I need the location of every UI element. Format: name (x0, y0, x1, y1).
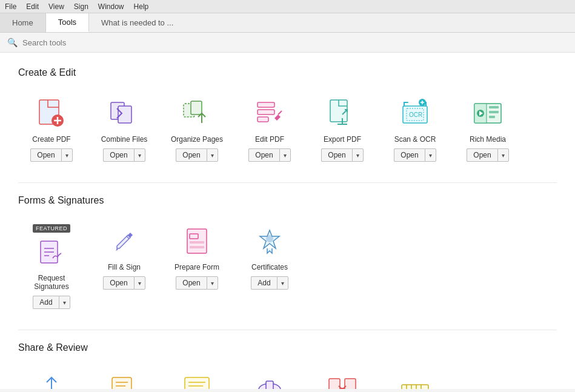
tool-review: Review Open ▾ (164, 364, 230, 389)
certificates-dropdown-btn[interactable]: ▾ (277, 276, 288, 290)
edit-pdf-open-btn[interactable]: Open (248, 148, 279, 162)
tool-share: Share Open ▾ (18, 364, 85, 389)
scan-ocr-dropdown-btn[interactable]: ▾ (425, 148, 436, 162)
share-icon (35, 371, 68, 389)
section-title-create-edit: Create & Edit (18, 67, 557, 78)
tab-tools[interactable]: Tools (46, 13, 89, 32)
combine-files-open-btn[interactable]: Open (103, 148, 133, 162)
compare-files-icon (325, 371, 359, 389)
menu-view[interactable]: View (48, 2, 64, 11)
organize-pages-open-btn[interactable]: Open (176, 148, 206, 162)
fill-sign-icon (107, 224, 141, 258)
certificates-icon (253, 224, 287, 258)
tool-scan-ocr: OCR Scan & OCR Open ▾ (382, 89, 448, 168)
rich-media-icon (471, 96, 505, 130)
menu-help[interactable]: Help (134, 2, 149, 11)
request-signatures-wrapper: FEATURED (33, 224, 70, 274)
edit-pdf-icon (253, 96, 287, 130)
svg-point-33 (266, 235, 273, 242)
svg-rect-10 (258, 110, 274, 115)
tool-send-comments: Send for Comments Open ▾ (91, 364, 158, 389)
rich-media-dropdown-btn[interactable]: ▾ (497, 148, 509, 162)
tool-combine-files: Combine Files Open ▾ (91, 89, 158, 168)
tools-grid-forms: FEATURED Request Signatures Add (18, 217, 557, 315)
edit-pdf-btn-group: Open ▾ (248, 148, 290, 162)
tool-organize-pages: Organize Pages Open ▾ (164, 89, 230, 168)
scan-ocr-label: Scan & OCR (394, 135, 436, 144)
menu-bar: File Edit View Sign Window Help (0, 0, 575, 13)
fill-sign-btn-group: Open ▾ (103, 276, 145, 290)
svg-rect-49 (345, 379, 356, 389)
svg-text:OCR: OCR (409, 111, 422, 118)
prepare-form-dropdown-btn[interactable]: ▾ (207, 276, 218, 290)
svg-rect-31 (190, 241, 204, 244)
menu-edit[interactable]: Edit (26, 2, 39, 11)
menu-window[interactable]: Window (98, 2, 124, 11)
export-pdf-open-btn[interactable]: Open (321, 148, 351, 162)
measure-icon (398, 371, 432, 389)
menu-sign[interactable]: Sign (74, 2, 88, 11)
tool-create-pdf: Create PDF Open ▾ (18, 89, 85, 168)
organize-pages-icon (180, 96, 214, 130)
section-title-share: Share & Review (18, 342, 557, 353)
scan-ocr-open-btn[interactable]: Open (394, 148, 424, 162)
tools-grid-share: Share Open ▾ (18, 364, 557, 389)
create-pdf-dropdown-btn[interactable]: ▾ (61, 148, 73, 162)
section-share-review: Share & Review Share Open ▾ (18, 342, 557, 389)
menu-file[interactable]: File (5, 2, 16, 11)
scan-ocr-btn-group: Open ▾ (394, 148, 436, 162)
create-pdf-open-btn[interactable]: Open (30, 148, 61, 162)
create-pdf-label: Create PDF (32, 135, 70, 144)
svg-line-12 (278, 111, 282, 115)
scan-ocr-icon: OCR (398, 96, 432, 130)
svg-rect-26 (489, 116, 495, 118)
tool-prepare-form: Prepare Form Open ▾ (164, 217, 230, 315)
tab-home[interactable]: Home (0, 13, 46, 32)
tool-compare-files: Compare Files Open ▾ (309, 364, 376, 389)
section-create-edit: Create & Edit Create PDF Open ▾ (18, 67, 557, 168)
section-title-forms: Forms & Signatures (18, 195, 557, 206)
svg-rect-9 (258, 102, 274, 107)
stamp-icon (253, 371, 287, 389)
tools-grid-create-edit: Create PDF Open ▾ Combine Files Op (18, 89, 557, 168)
fill-sign-dropdown-btn[interactable]: ▾ (134, 276, 145, 290)
organize-pages-dropdown-btn[interactable]: ▾ (207, 148, 218, 162)
certificates-add-btn[interactable]: Add (251, 276, 276, 290)
tool-export-pdf: Export PDF Open ▾ (309, 89, 376, 168)
export-pdf-dropdown-btn[interactable]: ▾ (352, 148, 364, 162)
main-content: Create & Edit Create PDF Open ▾ (0, 53, 575, 389)
export-pdf-icon (325, 96, 359, 130)
rich-media-label: Rich Media (470, 135, 506, 144)
edit-pdf-dropdown-btn[interactable]: ▾ (279, 148, 291, 162)
prepare-form-label: Prepare Form (174, 263, 219, 271)
request-signatures-btn-group: Add ▾ (33, 296, 70, 309)
svg-rect-32 (190, 246, 204, 248)
tool-request-signatures: FEATURED Request Signatures Add (18, 217, 85, 315)
svg-rect-48 (329, 379, 340, 389)
tool-edit-pdf: Edit PDF Open ▾ (236, 89, 303, 168)
combine-files-btn-group: Open ▾ (103, 148, 145, 162)
request-signatures-dropdown-btn[interactable]: ▾ (59, 296, 70, 309)
svg-rect-11 (258, 117, 268, 122)
fill-sign-label: Fill & Sign (108, 263, 141, 271)
svg-rect-35 (112, 377, 131, 389)
rich-media-btn-group: Open ▾ (467, 148, 508, 162)
send-comments-icon (107, 371, 141, 389)
tool-certificates: Certificates Add ▾ (236, 217, 303, 315)
divider-1 (18, 182, 557, 183)
rich-media-open-btn[interactable]: Open (467, 148, 497, 162)
prepare-form-open-btn[interactable]: Open (176, 276, 206, 290)
request-signatures-add-btn[interactable]: Add (33, 296, 58, 309)
fill-sign-open-btn[interactable]: Open (103, 276, 133, 290)
tool-fill-sign: Fill & Sign Open ▾ (91, 217, 158, 315)
svg-rect-25 (489, 111, 499, 113)
combine-files-dropdown-btn[interactable]: ▾ (134, 148, 145, 162)
organize-pages-label: Organize Pages (171, 135, 223, 144)
tab-bar: Home Tools What is needed to ... (0, 13, 575, 33)
search-input[interactable] (22, 38, 144, 47)
prepare-form-btn-group: Open ▾ (176, 276, 218, 290)
svg-rect-50 (402, 385, 428, 389)
export-pdf-btn-group: Open ▾ (321, 148, 363, 162)
tab-recent[interactable]: What is needed to ... (89, 18, 185, 27)
create-pdf-icon (35, 96, 68, 130)
